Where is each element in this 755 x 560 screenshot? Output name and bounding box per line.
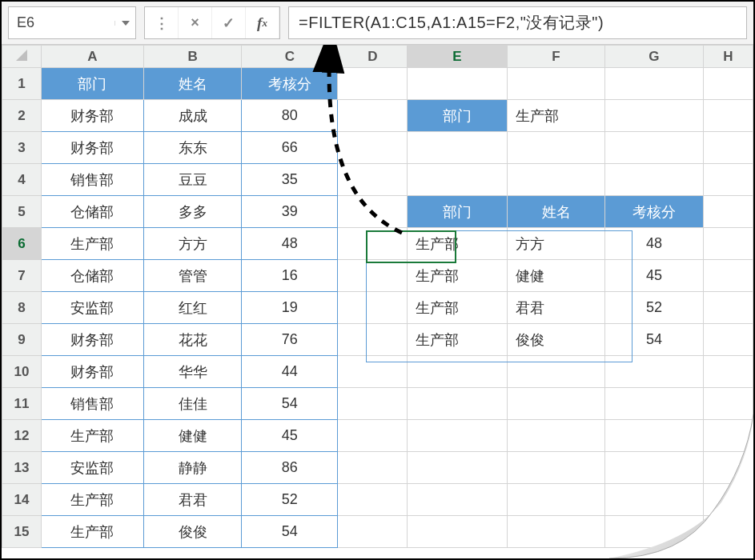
table-cell[interactable]: 仓储部 xyxy=(41,260,143,292)
cell[interactable] xyxy=(408,356,508,388)
cell[interactable] xyxy=(703,132,753,164)
source-header[interactable]: 考核分 xyxy=(242,68,338,100)
table-cell[interactable]: 39 xyxy=(242,196,338,228)
table-cell[interactable]: 静静 xyxy=(143,452,241,484)
table-cell[interactable]: 生产部 xyxy=(41,516,143,548)
cell[interactable] xyxy=(703,164,753,196)
cell[interactable] xyxy=(507,132,604,164)
cell[interactable] xyxy=(507,516,604,548)
cell[interactable] xyxy=(408,164,508,196)
table-cell[interactable]: 红红 xyxy=(143,292,241,324)
cell[interactable] xyxy=(338,388,408,420)
result-header[interactable]: 部门 xyxy=(408,196,508,228)
result-cell[interactable]: 健健 xyxy=(507,260,604,292)
table-cell[interactable]: 生产部 xyxy=(41,228,143,260)
formula-input[interactable]: =FILTER(A1:C15,A1:A15=F2,"没有记录") xyxy=(288,6,747,39)
source-header[interactable]: 部门 xyxy=(41,68,143,100)
table-cell[interactable]: 东东 xyxy=(143,132,241,164)
row-header[interactable]: 2 xyxy=(2,100,42,132)
table-cell[interactable]: 方方 xyxy=(143,228,241,260)
cell[interactable] xyxy=(507,164,604,196)
cell[interactable] xyxy=(605,132,703,164)
row-header[interactable]: 7 xyxy=(2,260,42,292)
table-cell[interactable]: 86 xyxy=(242,452,338,484)
row-header[interactable]: 4 xyxy=(2,164,42,196)
cell[interactable] xyxy=(408,452,508,484)
cell[interactable] xyxy=(408,484,508,516)
table-cell[interactable]: 销售部 xyxy=(41,388,143,420)
cell[interactable] xyxy=(338,420,408,452)
cell[interactable] xyxy=(408,132,508,164)
column-header-D[interactable]: D xyxy=(338,46,408,68)
cell[interactable] xyxy=(605,516,703,548)
result-cell[interactable]: 52 xyxy=(605,292,703,324)
table-cell[interactable]: 76 xyxy=(242,324,338,356)
table-cell[interactable]: 俊俊 xyxy=(143,516,241,548)
row-header[interactable]: 10 xyxy=(2,356,42,388)
result-cell[interactable]: 生产部 xyxy=(408,260,508,292)
result-cell[interactable]: 君君 xyxy=(507,292,604,324)
result-cell[interactable]: 54 xyxy=(605,324,703,356)
cell[interactable] xyxy=(507,452,604,484)
cell[interactable] xyxy=(605,388,703,420)
table-cell[interactable]: 安监部 xyxy=(41,292,143,324)
table-cell[interactable]: 44 xyxy=(242,356,338,388)
cell[interactable] xyxy=(338,292,408,324)
row-header[interactable]: 14 xyxy=(2,484,42,516)
insert-function-button[interactable]: fx xyxy=(246,7,279,38)
table-cell[interactable]: 花花 xyxy=(143,324,241,356)
table-cell[interactable]: 仓储部 xyxy=(41,196,143,228)
row-header[interactable]: 12 xyxy=(2,420,42,452)
table-cell[interactable]: 52 xyxy=(242,484,338,516)
result-cell[interactable]: 方方 xyxy=(507,228,604,260)
table-cell[interactable]: 生产部 xyxy=(41,484,143,516)
table-cell[interactable]: 80 xyxy=(242,100,338,132)
cell[interactable] xyxy=(507,388,604,420)
table-cell[interactable]: 君君 xyxy=(143,484,241,516)
cell[interactable] xyxy=(703,516,753,548)
cell[interactable] xyxy=(338,100,408,132)
cell[interactable] xyxy=(605,356,703,388)
table-cell[interactable]: 财务部 xyxy=(41,356,143,388)
cell[interactable] xyxy=(338,516,408,548)
table-cell[interactable]: 54 xyxy=(242,388,338,420)
table-cell[interactable]: 佳佳 xyxy=(143,388,241,420)
select-all-corner[interactable] xyxy=(2,46,42,68)
table-cell[interactable]: 35 xyxy=(242,164,338,196)
row-header[interactable]: 13 xyxy=(2,452,42,484)
cell[interactable] xyxy=(703,484,753,516)
table-cell[interactable]: 管管 xyxy=(143,260,241,292)
cell[interactable] xyxy=(338,484,408,516)
cell[interactable] xyxy=(703,68,753,100)
cancel-formula-button[interactable]: × xyxy=(179,7,212,38)
cell[interactable] xyxy=(408,420,508,452)
spreadsheet-grid[interactable]: A B C D E F G H 1 部门 姓名 考核分 2 财务部 成成 80 xyxy=(2,45,753,560)
criteria-value[interactable]: 生产部 xyxy=(507,100,604,132)
cell[interactable] xyxy=(338,68,408,100)
result-cell[interactable]: 生产部 xyxy=(408,324,508,356)
confirm-formula-button[interactable]: ✓ xyxy=(212,7,246,38)
table-cell[interactable]: 财务部 xyxy=(41,324,143,356)
result-cell[interactable]: 俊俊 xyxy=(507,324,604,356)
cell[interactable] xyxy=(703,324,753,356)
row-header[interactable]: 15 xyxy=(2,516,42,548)
cell[interactable] xyxy=(703,356,753,388)
cell[interactable] xyxy=(605,484,703,516)
cell[interactable] xyxy=(507,68,604,100)
cell[interactable] xyxy=(703,196,753,228)
cell[interactable] xyxy=(605,452,703,484)
column-header-H[interactable]: H xyxy=(703,46,753,68)
cell[interactable] xyxy=(338,228,408,260)
column-header-G[interactable]: G xyxy=(605,46,703,68)
table-cell[interactable]: 66 xyxy=(242,132,338,164)
cell[interactable] xyxy=(703,100,753,132)
cell[interactable] xyxy=(408,516,508,548)
cell[interactable] xyxy=(338,452,408,484)
column-header-B[interactable]: B xyxy=(143,46,241,68)
cell[interactable] xyxy=(703,452,753,484)
row-header[interactable]: 1 xyxy=(2,68,42,100)
table-cell[interactable]: 45 xyxy=(242,420,338,452)
table-cell[interactable]: 成成 xyxy=(143,100,241,132)
cell[interactable] xyxy=(338,196,408,228)
column-header-E[interactable]: E xyxy=(408,46,508,68)
